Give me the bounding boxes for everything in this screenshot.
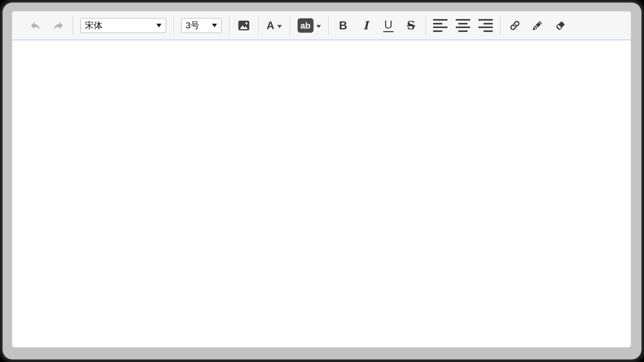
eraser-icon	[554, 19, 567, 32]
text-color-button[interactable]: A	[266, 16, 282, 35]
toolbar-separator	[500, 16, 500, 35]
toolbar-separator	[290, 16, 290, 35]
image-icon	[237, 19, 251, 32]
strikethrough-button[interactable]: S	[404, 16, 418, 35]
underline-button[interactable]: U	[381, 16, 396, 35]
redo-icon	[52, 19, 64, 32]
underline-icon: U	[383, 19, 393, 32]
undo-button[interactable]	[28, 16, 43, 35]
font-family-value: 宋体	[85, 20, 102, 31]
strikethrough-icon: S	[407, 20, 415, 31]
font-family-select[interactable]: 宋体	[80, 18, 166, 33]
toolbar-separator	[73, 16, 73, 35]
toolbar-separator	[173, 16, 174, 35]
font-size-select[interactable]: 3号	[181, 18, 222, 33]
align-left-icon	[433, 19, 448, 32]
undo-icon	[29, 19, 42, 32]
highlight-icon: ab	[298, 18, 314, 33]
redo-button[interactable]	[51, 16, 65, 35]
align-left-button[interactable]	[433, 16, 448, 35]
toolbar-separator	[258, 16, 259, 35]
clear-format-button[interactable]	[553, 16, 567, 35]
italic-button[interactable]: I	[359, 16, 373, 35]
chevron-down-icon	[316, 25, 321, 28]
link-icon	[508, 19, 521, 32]
editor-content-area[interactable]	[12, 40, 631, 347]
insert-image-button[interactable]	[237, 16, 251, 35]
align-center-icon	[456, 19, 470, 32]
paint-brush-icon	[531, 19, 544, 32]
italic-icon: I	[363, 20, 369, 31]
font-size-value: 3号	[186, 20, 199, 31]
format-brush-button[interactable]	[530, 16, 545, 35]
editor-toolbar: 宋体 3号	[12, 12, 631, 40]
align-right-icon	[478, 19, 493, 32]
toolbar-separator	[229, 16, 229, 35]
insert-link-button[interactable]	[508, 16, 522, 35]
highlight-color-button[interactable]: ab	[297, 16, 321, 35]
align-right-button[interactable]	[478, 16, 493, 35]
text-color-icon: A	[266, 20, 274, 31]
editor-window-frame: 宋体 3号	[3, 3, 641, 359]
bold-button[interactable]: B	[336, 16, 350, 35]
chevron-down-icon	[212, 24, 217, 27]
chevron-down-icon	[277, 25, 282, 28]
chevron-down-icon	[156, 24, 162, 27]
toolbar-separator	[425, 16, 426, 35]
toolbar-separator	[328, 16, 329, 35]
rich-text-editor: 宋体 3号	[12, 11, 631, 348]
align-center-button[interactable]	[456, 16, 470, 35]
bold-icon: B	[339, 20, 347, 31]
